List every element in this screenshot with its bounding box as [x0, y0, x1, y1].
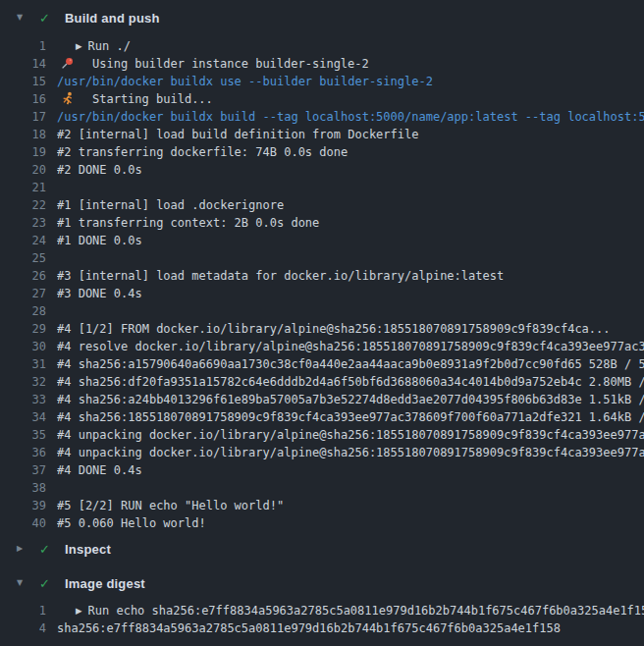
line-number[interactable]: 19	[0, 143, 46, 161]
line-number[interactable]: 4	[0, 619, 46, 637]
line-number[interactable]: 30	[0, 338, 46, 355]
log-text: #4 DONE 0.4s	[57, 461, 644, 479]
log-text: #2 DONE 0.0s	[57, 161, 644, 179]
log-text: /usr/bin/docker buildx build --tag local…	[57, 108, 644, 126]
log-line: 31 #4 sha256:a15790640a6690aa1730c38cf0a…	[0, 355, 644, 373]
log-sections: ▼ ✓ Build and push 1 ▶Run ./ 14 Using bu…	[0, 5, 644, 637]
pushpin-icon	[60, 55, 80, 73]
log-section-image-digest: ▼ ✓ Image digest 1 ▶Run echo sha256:e7ff…	[0, 570, 644, 637]
section-lines: 1 ▶Run echo sha256:e7ff8834a5963a2785c5a…	[0, 602, 644, 637]
log-text	[57, 302, 644, 320]
line-number[interactable]: 27	[0, 285, 46, 302]
log-line: 14 Using builder instance builder-single…	[0, 55, 644, 73]
line-number[interactable]: 1	[0, 37, 46, 55]
check-icon: ✓	[39, 11, 53, 26]
log-text: #4 unpacking docker.io/library/alpine@sh…	[57, 444, 644, 461]
section-header-build-and-push[interactable]: ▼ ✓ Build and push	[0, 5, 644, 30]
line-number[interactable]: 17	[0, 108, 46, 126]
line-number[interactable]: 29	[0, 320, 46, 338]
log-line: 27 #3 DONE 0.4s	[0, 285, 644, 302]
log-line: 32 #4 sha256:df20fa9351a15782c64e6dddb2d…	[0, 373, 644, 391]
line-number[interactable]: 40	[0, 514, 46, 532]
log-line: 36 #4 unpacking docker.io/library/alpine…	[0, 444, 644, 461]
log-text: Using builder instance builder-single-2	[57, 55, 644, 73]
line-number[interactable]: 31	[0, 355, 46, 373]
log-text: #1 transferring context: 2B 0.0s done	[57, 214, 644, 232]
line-number[interactable]: 35	[0, 426, 46, 444]
line-number[interactable]: 38	[0, 479, 46, 497]
log-text: #2 [internal] load build definition from…	[57, 126, 644, 143]
chevron-down-icon[interactable]: ▼	[17, 5, 27, 30]
log-section-build-and-push: ▼ ✓ Build and push 1 ▶Run ./ 14 Using bu…	[0, 5, 644, 532]
line-number[interactable]: 34	[0, 408, 46, 426]
log-line: 19 #2 transferring dockerfile: 74B 0.0s …	[0, 143, 644, 161]
log-text: ▶Run ./	[57, 37, 644, 55]
line-number[interactable]: 23	[0, 214, 46, 232]
log-text: #4 sha256:df20fa9351a15782c64e6dddb2d4a6…	[57, 373, 644, 391]
chevron-right-icon[interactable]: ▶	[17, 536, 27, 562]
log-line: 23 #1 transferring context: 2B 0.0s done	[0, 214, 644, 232]
log-line: 24 #1 DONE 0.0s	[0, 232, 644, 249]
log-line: 26 #3 [internal] load metadata for docke…	[0, 267, 644, 285]
log-line: 39 #5 [2/2] RUN echo "Hello world!"	[0, 497, 644, 514]
log-line: 38	[0, 479, 644, 497]
line-number[interactable]: 15	[0, 73, 46, 90]
line-number[interactable]: 37	[0, 461, 46, 479]
section-title: Image digest	[65, 576, 145, 591]
check-icon: ✓	[39, 576, 53, 591]
log-text	[57, 249, 644, 267]
line-number[interactable]: 28	[0, 302, 46, 320]
section-title: Build and push	[65, 11, 160, 26]
log-text: #4 sha256:185518070891758909c9f839cf4ca3…	[57, 408, 644, 426]
line-number[interactable]: 20	[0, 161, 46, 179]
log-line: 37 #4 DONE 0.4s	[0, 461, 644, 479]
log-line: 15 /usr/bin/docker buildx use --builder …	[0, 73, 644, 90]
log-line: 28	[0, 302, 644, 320]
log-line: 22 #1 [internal] load .dockerignore	[0, 196, 644, 214]
line-number[interactable]: 24	[0, 232, 46, 249]
line-number[interactable]: 25	[0, 249, 46, 267]
play-icon[interactable]: ▶	[76, 602, 82, 619]
log-section-inspect: ▶ ✓ Inspect	[0, 536, 644, 562]
log-text: #3 [internal] load metadata for docker.i…	[57, 267, 644, 285]
log-text: /usr/bin/docker buildx use --builder bui…	[57, 73, 644, 90]
section-title: Inspect	[65, 542, 111, 557]
chevron-down-icon[interactable]: ▼	[17, 570, 27, 596]
log-text: #5 [2/2] RUN echo "Hello world!"	[57, 497, 644, 514]
log-line: 17 /usr/bin/docker buildx build --tag lo…	[0, 108, 644, 126]
section-header-image-digest[interactable]: ▼ ✓ Image digest	[0, 570, 644, 596]
log-text: #4 sha256:a24bb4013296f61e89ba57005a7b3e…	[57, 391, 644, 408]
line-number[interactable]: 14	[0, 55, 46, 73]
line-number[interactable]: 22	[0, 196, 46, 214]
log-text: #4 unpacking docker.io/library/alpine@sh…	[57, 426, 644, 444]
log-line: 33 #4 sha256:a24bb4013296f61e89ba57005a7…	[0, 391, 644, 408]
line-number[interactable]: 1	[0, 602, 46, 619]
log-text	[57, 179, 644, 196]
section-header-inspect[interactable]: ▶ ✓ Inspect	[0, 536, 644, 562]
log-line: 20 #2 DONE 0.0s	[0, 161, 644, 179]
log-line: 4 sha256:e7ff8834a5963a2785c5a0811e979d1…	[0, 619, 644, 637]
log-text: #4 [1/2] FROM docker.io/library/alpine@s…	[57, 320, 644, 338]
line-number[interactable]: 32	[0, 373, 46, 391]
log-text: #4 resolve docker.io/library/alpine@sha2…	[57, 338, 644, 355]
log-text: #1 DONE 0.0s	[57, 232, 644, 249]
log-line: 40 #5 0.060 Hello world!	[0, 514, 644, 532]
line-number[interactable]: 18	[0, 126, 46, 143]
line-number[interactable]: 33	[0, 391, 46, 408]
actions-log-viewer: ▼ ✓ Build and push 1 ▶Run ./ 14 Using bu…	[0, 0, 644, 646]
line-number[interactable]: 16	[0, 90, 46, 108]
log-line: 29 #4 [1/2] FROM docker.io/library/alpin…	[0, 320, 644, 338]
line-number[interactable]: 36	[0, 444, 46, 461]
log-line: 1 ▶Run ./	[0, 37, 644, 55]
line-number[interactable]: 21	[0, 179, 46, 196]
log-text	[57, 479, 644, 497]
log-line: 34 #4 sha256:185518070891758909c9f839cf4…	[0, 408, 644, 426]
line-number[interactable]: 26	[0, 267, 46, 285]
line-number[interactable]: 39	[0, 497, 46, 514]
log-text: Starting build...	[57, 90, 644, 108]
log-text: #2 transferring dockerfile: 74B 0.0s don…	[57, 143, 644, 161]
check-icon: ✓	[39, 542, 53, 557]
play-icon[interactable]: ▶	[76, 37, 82, 55]
log-text: sha256:e7ff8834a5963a2785c5a0811e979d16b…	[57, 619, 644, 637]
log-line: 30 #4 resolve docker.io/library/alpine@s…	[0, 338, 644, 355]
